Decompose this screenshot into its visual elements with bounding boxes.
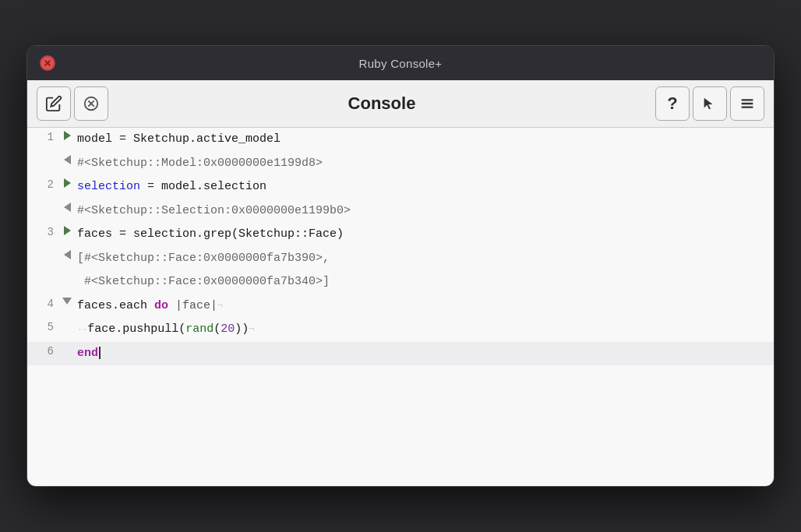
table-row: 5 ··face.pushpull(rand(20))¬	[27, 318, 774, 342]
table-row: 2 selection = model.selection	[27, 175, 774, 199]
code-editor[interactable]: 1 model = Sketchup.active_model #<Sketch…	[27, 128, 774, 486]
table-row: 1 model = Sketchup.active_model	[27, 128, 774, 152]
table-row: 6 end	[27, 342, 774, 366]
table-row: #<Sketchup::Model:0x0000000e1199d8>	[27, 152, 774, 176]
toolbar: Console ?	[27, 80, 774, 128]
toolbar-right-buttons: ?	[655, 86, 764, 121]
table-row: 4 faces.each do |face|¬	[27, 294, 774, 319]
table-row: #<Sketchup::Face:0x0000000fa7b340>]	[27, 270, 774, 294]
menu-button[interactable]	[730, 86, 764, 121]
empty-space	[27, 365, 774, 459]
close-button[interactable]	[40, 55, 55, 71]
table-row: 3 faces = selection.grep(Sketchup::Face)	[27, 223, 774, 247]
console-title: Console	[111, 93, 652, 114]
titlebar: Ruby Console+	[27, 46, 774, 80]
clear-button[interactable]	[74, 86, 108, 121]
main-window: Ruby Console+ Console ?	[26, 45, 775, 487]
table-row: [#<Sketchup::Face:0x0000000fa7b390>,	[27, 247, 774, 271]
table-row: #<Sketchup::Selection:0x0000000e1199b0>	[27, 199, 774, 224]
edit-button[interactable]	[37, 86, 71, 121]
window-title: Ruby Console+	[359, 57, 443, 70]
help-button[interactable]: ?	[655, 86, 690, 121]
cursor-button[interactable]	[693, 86, 727, 121]
